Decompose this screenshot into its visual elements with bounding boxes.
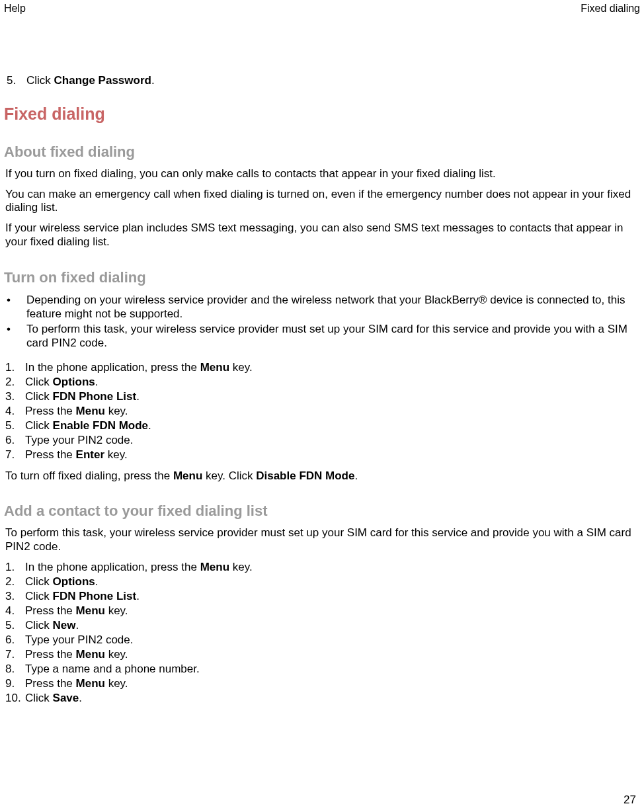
text-run: key.: [105, 677, 128, 690]
text-run: .: [151, 74, 155, 87]
text-run: Click: [25, 619, 53, 631]
step-text: Press the Enter key.: [25, 448, 640, 462]
text-run: .: [95, 376, 99, 388]
text-bold: Menu: [76, 405, 105, 417]
text-run: .: [148, 419, 151, 432]
step-number: 6.: [4, 434, 25, 447]
text-run: key.: [104, 448, 128, 461]
text-bold: Menu: [76, 604, 105, 617]
text-run: Press the: [25, 677, 76, 690]
step-text: Type your PIN2 code.: [25, 633, 640, 647]
paragraph: To perform this task, your wireless serv…: [5, 526, 639, 553]
text-run: Click: [25, 390, 53, 403]
step-text: Click Options.: [25, 575, 640, 589]
text-run: Type your PIN2 code.: [25, 633, 133, 646]
step-item: 6.Type your PIN2 code.: [4, 434, 640, 448]
step-text: Press the Menu key.: [25, 677, 640, 690]
step-text: Click Enable FDN Mode.: [25, 419, 640, 432]
text-bold: Menu: [76, 648, 105, 661]
text-run: .: [136, 390, 140, 403]
text-run: Press the: [25, 604, 76, 617]
step-item: 3.Click FDN Phone List.: [4, 390, 640, 405]
step-item: 4.Press the Menu key.: [4, 405, 640, 419]
step-number: 1.: [4, 561, 25, 574]
text-run: Press the: [25, 405, 76, 417]
text-bold: FDN Phone List: [53, 390, 137, 403]
text-bold: Menu: [173, 469, 202, 482]
step-number: 2.: [4, 575, 25, 589]
step-text: Type your PIN2 code.: [25, 434, 640, 447]
text-run: Click: [25, 376, 53, 388]
text-run: .: [136, 590, 140, 602]
header-right: Fixed dialing: [581, 3, 640, 15]
step-number: 7.: [4, 448, 25, 462]
subheading-turn-on-fixed-dialing: Turn on fixed dialing: [4, 269, 640, 286]
text-run: key.: [105, 604, 128, 617]
step-item: 7.Press the Menu key.: [4, 648, 640, 663]
text-run: .: [95, 575, 99, 588]
step-text: Type a name and a phone number.: [25, 663, 640, 676]
step-number: 7.: [4, 648, 25, 661]
step-item: 9.Press the Menu key.: [4, 677, 640, 692]
step-text: In the phone application, press the Menu…: [25, 361, 640, 374]
step-item: 7.Press the Enter key.: [4, 448, 640, 463]
step-item: 8.Type a name and a phone number.: [4, 663, 640, 677]
step-text: Click Save.: [25, 692, 640, 705]
text-run: Click: [25, 575, 53, 588]
bullet-text: Depending on your wireless service provi…: [26, 293, 640, 321]
step-item: 1.In the phone application, press the Me…: [4, 361, 640, 376]
step-text: Press the Menu key.: [25, 648, 640, 661]
step-item: 10.Click Save.: [4, 692, 640, 706]
text-bold: Menu: [200, 361, 229, 374]
step-text: Click Options.: [25, 376, 640, 389]
text-bold: Options: [53, 575, 95, 588]
text-bold: Enable FDN Mode: [53, 419, 149, 432]
text-run: .: [354, 469, 358, 482]
step-number: 4.: [4, 405, 25, 418]
step-text: Click FDN Phone List.: [25, 590, 640, 603]
step-number: 3.: [4, 590, 25, 603]
text-run: Click: [26, 74, 54, 87]
step-number: 9.: [4, 677, 25, 690]
step-text: Click FDN Phone List.: [25, 390, 640, 403]
step-text: Click New.: [25, 619, 640, 632]
continued-step-5: 5. Click Change Password.: [7, 74, 640, 89]
text-run: To turn off fixed dialing, press the: [5, 469, 173, 482]
header-left: Help: [4, 3, 26, 15]
text-run: key. Click: [202, 469, 256, 482]
step-number: 6.: [4, 633, 25, 647]
closing-paragraph: To turn off fixed dialing, press the Men…: [5, 469, 639, 483]
text-run: Click: [25, 692, 53, 704]
paragraph: If you turn on fixed dialing, you can on…: [5, 167, 639, 181]
step-item: 2.Click Options.: [4, 376, 640, 390]
text-run: Click: [25, 419, 53, 432]
step-item: 6.Type your PIN2 code.: [4, 633, 640, 648]
paragraph: You can make an emergency call when fixe…: [5, 188, 639, 215]
step-item: 3.Click FDN Phone List.: [4, 590, 640, 604]
step-text: Press the Menu key.: [25, 405, 640, 418]
step-item: 1.In the phone application, press the Me…: [4, 561, 640, 575]
text-run: .: [76, 619, 79, 631]
step-number: 5.: [4, 419, 25, 432]
text-run: Type a name and a phone number.: [25, 663, 200, 675]
text-bold: Change Password: [54, 74, 151, 87]
text-bold: FDN Phone List: [53, 590, 137, 602]
text-run: key.: [229, 561, 253, 573]
text-bold: Save: [53, 692, 79, 704]
step-item: 2.Click Options.: [4, 575, 640, 590]
heading-fixed-dialing: Fixed dialing: [4, 104, 640, 124]
bullet-text: To perform this task, your wireless serv…: [26, 322, 640, 350]
text-bold: Menu: [200, 561, 229, 573]
step-item: 4.Press the Menu key.: [4, 604, 640, 619]
text-bold: New: [53, 619, 76, 631]
page-number: 27: [624, 793, 636, 807]
step-item: 5.Click New.: [4, 619, 640, 633]
step-number: 1.: [4, 361, 25, 374]
text-bold: Options: [53, 376, 95, 388]
step-text: In the phone application, press the Menu…: [25, 561, 640, 574]
text-run: .: [79, 692, 82, 704]
step-number: 2.: [4, 376, 25, 389]
subheading-about-fixed-dialing: About fixed dialing: [4, 143, 640, 161]
bullet-item: •Depending on your wireless service prov…: [4, 293, 640, 323]
text-bold: Menu: [76, 677, 105, 690]
